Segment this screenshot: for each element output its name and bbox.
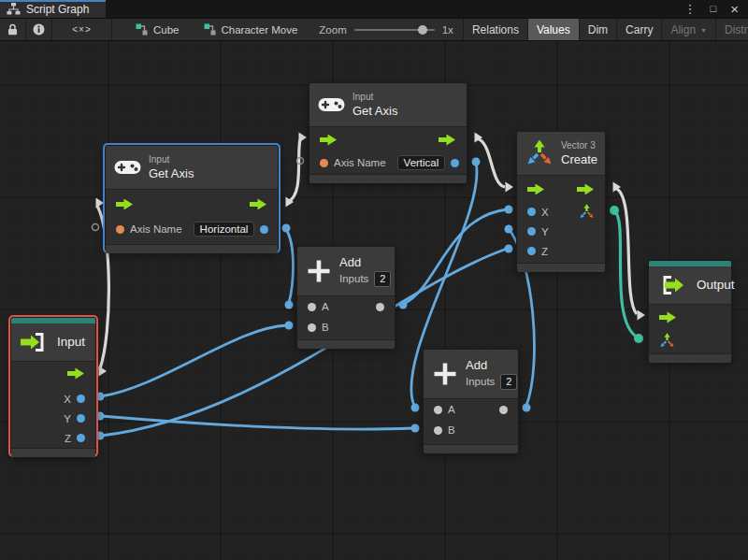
node-vector3-create[interactable]: Vector 3CreateX YZ bbox=[516, 131, 606, 270]
flow-port[interactable] bbox=[439, 134, 456, 146]
toolbar-button-distribute: Distribute▼ bbox=[715, 19, 748, 40]
inputs-label: Inputs bbox=[339, 273, 368, 284]
node-title: Input bbox=[57, 335, 85, 350]
flow-port[interactable] bbox=[577, 183, 595, 195]
flow-connection-arrow bbox=[96, 198, 105, 208]
wire-get-axis-horizontal-flow-to-get-axis-vertical-flow[interactable] bbox=[288, 139, 300, 202]
unconnected-port-indicator[interactable] bbox=[297, 158, 304, 165]
orange-value-port[interactable] bbox=[116, 225, 124, 234]
gamepad-icon bbox=[318, 95, 345, 114]
blue-value-port[interactable] bbox=[77, 414, 85, 423]
blue-value-port[interactable] bbox=[260, 225, 268, 234]
toolbar-button-carry[interactable]: Carry bbox=[616, 19, 661, 40]
node-row: Axis NameVertical bbox=[309, 151, 467, 174]
blue-value-port[interactable] bbox=[77, 434, 85, 442]
flow-port[interactable] bbox=[320, 134, 338, 146]
wire-vector3-create-flow-to-output-event-flow[interactable] bbox=[615, 188, 637, 314]
node-row bbox=[649, 329, 731, 352]
node-row: A bbox=[424, 399, 518, 420]
get-axis-horizontal-value-field[interactable]: Horizontal bbox=[194, 222, 255, 237]
vector3-port[interactable] bbox=[579, 204, 595, 220]
maximize-icon[interactable]: □ bbox=[711, 4, 717, 14]
node-add-2[interactable]: AddInputs2AB bbox=[423, 349, 519, 452]
node-row bbox=[649, 305, 731, 329]
breadcrumb-cube[interactable]: Cube bbox=[123, 19, 192, 40]
inputs-count-field[interactable]: 2 bbox=[374, 271, 391, 287]
breadcrumb-label: Cube bbox=[153, 24, 180, 36]
vector3-port[interactable] bbox=[659, 333, 675, 349]
wire-endpoint-dot bbox=[505, 225, 513, 234]
node-input-event[interactable]: InputXYZ bbox=[10, 317, 96, 455]
wire-get-axis-horizontal-value-to-add-1-a[interactable] bbox=[286, 229, 294, 303]
toolbar-button-align: Align▼ bbox=[661, 19, 715, 40]
port-label: Y bbox=[64, 413, 71, 424]
breadcrumb-character-move[interactable]: Character Move bbox=[192, 19, 310, 40]
lock-button[interactable] bbox=[0, 19, 26, 40]
zoom-slider[interactable] bbox=[354, 29, 435, 31]
unity-script-graph-window: Script Graph ⋮ □ × <×> CubeCharacter Mov… bbox=[0, 0, 748, 560]
node-add-1[interactable]: AddInputs2AB bbox=[296, 246, 396, 347]
menu-kebab-icon[interactable]: ⋮ bbox=[684, 3, 697, 15]
node-row: X bbox=[11, 389, 95, 409]
node-footer bbox=[424, 444, 518, 453]
toolbar-button-dim[interactable]: Dim bbox=[579, 19, 616, 40]
wire-get-axis-vertical-flow-to-vector3-create-flow[interactable] bbox=[477, 138, 505, 187]
node-row: B bbox=[424, 420, 518, 440]
graph-canvas[interactable]: InputXYZInputGet AxisAxis NameHorizontal… bbox=[0, 41, 748, 560]
blue-value-port[interactable] bbox=[77, 395, 85, 403]
wire-input-event-y-to-add-2-b[interactable] bbox=[101, 416, 413, 429]
gray-value-port[interactable] bbox=[499, 406, 508, 414]
wire-endpoint-dot bbox=[96, 432, 105, 440]
gray-value-port[interactable] bbox=[308, 303, 316, 311]
orange-value-port[interactable] bbox=[320, 159, 328, 167]
blue-value-port[interactable] bbox=[527, 247, 536, 255]
node-output-event[interactable]: Output bbox=[648, 260, 732, 361]
node-row bbox=[517, 176, 605, 202]
node-row: Z bbox=[11, 428, 95, 448]
blue-value-port[interactable] bbox=[527, 208, 536, 216]
info-button[interactable] bbox=[26, 19, 52, 40]
tab-bar: Script Graph ⋮ □ × bbox=[0, 0, 748, 18]
graph-crumb-icon bbox=[136, 23, 148, 36]
gray-value-port[interactable] bbox=[434, 406, 442, 414]
zoom-slider-knob[interactable] bbox=[418, 25, 427, 35]
tab-script-graph[interactable]: Script Graph bbox=[0, 0, 106, 18]
flow-port[interactable] bbox=[659, 311, 677, 323]
wire-endpoint-dot bbox=[282, 224, 291, 233]
toolbar-button-values[interactable]: Values bbox=[527, 19, 579, 40]
flow-port[interactable] bbox=[116, 198, 134, 210]
node-row: Axis NameHorizontal bbox=[106, 218, 278, 240]
node-kicker: Vector 3 bbox=[561, 140, 597, 151]
port-label: Axis Name bbox=[130, 223, 182, 235]
flow-port[interactable] bbox=[250, 198, 267, 210]
wire-vector3-create-result-to-output-event-value[interactable] bbox=[614, 210, 638, 337]
gray-value-port[interactable] bbox=[308, 323, 316, 332]
inputs-count-field[interactable]: 2 bbox=[500, 374, 517, 390]
wire-add-1-result-to-vector3-create-x[interactable] bbox=[404, 209, 507, 304]
code-button[interactable]: <×> bbox=[52, 19, 112, 40]
node-row bbox=[11, 362, 95, 384]
wire-endpoint-dot bbox=[523, 404, 531, 412]
node-row: A bbox=[297, 296, 395, 317]
unconnected-port-indicator[interactable] bbox=[93, 224, 99, 231]
node-row bbox=[106, 190, 278, 218]
node-header: AddInputs2 bbox=[424, 350, 518, 399]
flow-port[interactable] bbox=[67, 367, 85, 380]
wire-endpoint-dot bbox=[96, 393, 105, 401]
node-get-axis-vertical[interactable]: InputGet AxisAxis NameVertical bbox=[309, 82, 468, 181]
blue-value-port[interactable] bbox=[527, 227, 536, 236]
get-axis-vertical-value-field[interactable]: Vertical bbox=[397, 155, 446, 170]
gray-value-port[interactable] bbox=[376, 303, 384, 311]
node-get-axis-horizontal[interactable]: InputGet AxisAxis NameHorizontal bbox=[105, 145, 279, 251]
wire-input-event-x-to-add-1-b[interactable] bbox=[101, 325, 287, 396]
gray-value-port[interactable] bbox=[434, 426, 442, 435]
toolbar-button-relations[interactable]: Relations bbox=[463, 19, 527, 40]
vector3-icon bbox=[525, 139, 554, 167]
blue-value-port[interactable] bbox=[451, 159, 459, 167]
gamepad-icon bbox=[114, 158, 141, 177]
node-header: InputGet Axis bbox=[106, 146, 278, 190]
node-row bbox=[309, 127, 467, 151]
close-icon[interactable]: × bbox=[730, 2, 739, 16]
flow-port[interactable] bbox=[527, 183, 545, 195]
port-label: A bbox=[448, 404, 455, 415]
